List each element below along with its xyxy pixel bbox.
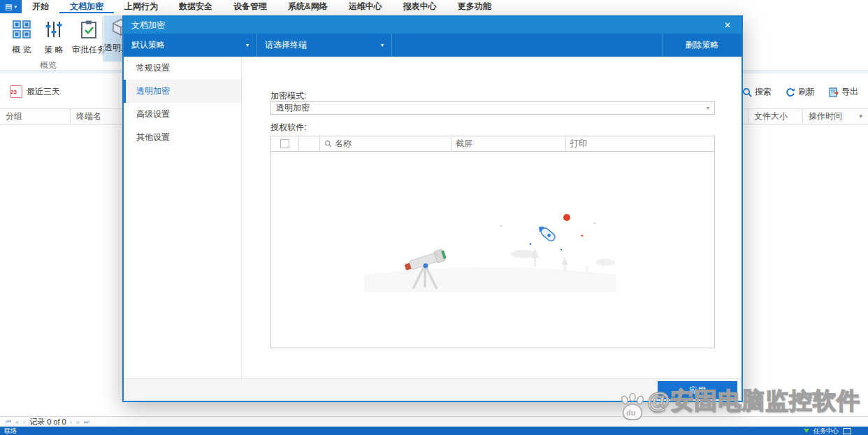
chevron-down-icon: ▾ <box>381 42 384 48</box>
delete-policy-button[interactable]: 删除策略 <box>663 34 742 57</box>
search-button-label: 搜索 <box>755 86 772 98</box>
dialog-footer: 应用 <box>124 378 742 401</box>
tool-overview-label: 概 览 <box>4 44 39 56</box>
app-logo-icon: ▤ <box>5 3 12 10</box>
sidebar-item-other[interactable]: 其他设置 <box>124 126 241 149</box>
dialog-toolbar: 默认策略 ▾ 请选择终端 ▾ 删除策略 <box>124 34 742 57</box>
application-window: ▤ ▾ 开始 文档加密 上网行为 数据安全 设备管理 系统&网络 运维中心 报表… <box>0 0 868 435</box>
empty-state-illustration <box>364 205 616 292</box>
sidebar-item-transparent[interactable]: 透明加密 <box>124 80 241 103</box>
search-icon <box>742 87 752 97</box>
policy-dropdown[interactable]: 默认策略 ▾ <box>124 34 257 57</box>
search-button[interactable]: 搜索 <box>738 84 776 100</box>
pager-fast-next-icon[interactable]: » <box>76 419 80 426</box>
date-range-label: 最近三天 <box>27 86 60 98</box>
pager-first-icon[interactable]: ⏮ <box>6 418 12 426</box>
column-header-filesize[interactable]: 文件大小 <box>748 109 809 124</box>
rocket <box>537 224 557 242</box>
date-range-filter[interactable]: 23 最近三天 <box>10 85 60 98</box>
toolbar-spacer <box>392 34 663 57</box>
pager-fast-prev-icon[interactable]: « <box>15 419 20 426</box>
sidebar-item-general[interactable]: 常规设置 <box>124 57 241 80</box>
authorized-software-table: 名称 截屏 打印 <box>270 136 715 348</box>
calendar-icon: 23 <box>10 85 22 98</box>
tab-web-behavior[interactable]: 上网行为 <box>114 0 168 13</box>
software-table-header: 名称 截屏 打印 <box>271 136 714 152</box>
pager-next-icon[interactable]: › <box>70 419 73 426</box>
tab-device-management[interactable]: 设备管理 <box>223 0 277 13</box>
tool-policy-label: 策 略 <box>36 44 71 56</box>
app-menu-button[interactable]: ▤ ▾ <box>0 0 22 13</box>
ribbon-divider <box>102 16 103 57</box>
tab-data-security[interactable]: 数据安全 <box>168 0 223 13</box>
encryption-mode-label: 加密模式: <box>270 90 306 102</box>
terminal-dropdown-value: 请选择终端 <box>265 39 307 51</box>
export-button[interactable]: 导出 <box>825 84 862 100</box>
pager-last-icon[interactable]: ⏭ <box>84 418 90 426</box>
task-center-button[interactable]: 任务中心 <box>813 427 839 435</box>
status-bar: ⏮ « ‹ 记录 0 of 0 › » ⏭ <box>0 416 868 427</box>
apply-button[interactable]: 应用 <box>658 381 737 399</box>
index-column-header <box>299 136 320 151</box>
refresh-button[interactable]: 刷新 <box>781 84 819 100</box>
dialog-main-panel: 加密模式: 透明加密 ▾ 授权软件: <box>242 57 742 379</box>
window-icon[interactable] <box>843 428 851 434</box>
ribbon-group-label: 概览 <box>17 59 80 71</box>
dialog-body: 常规设置 透明加密 高级设置 其他设置 加密模式: 透明加密 ▾ 授权软件: <box>124 57 742 379</box>
screenshot-column-header[interactable]: 截屏 <box>451 136 566 151</box>
tab-system-network[interactable]: 系统&网络 <box>277 0 338 13</box>
tab-start[interactable]: 开始 <box>22 0 59 13</box>
select-all-checkbox[interactable] <box>280 139 289 148</box>
grid-overview-icon <box>4 17 39 41</box>
refresh-icon <box>786 87 795 97</box>
column-menu-caret-icon[interactable]: ▾ <box>859 109 862 124</box>
column-header-group[interactable]: 分组 <box>0 109 75 124</box>
tool-overview[interactable]: 概 览 <box>4 17 39 56</box>
chevron-down-icon: ▾ <box>707 105 709 111</box>
dialog-title-bar: 文档加密 ✕ <box>124 17 742 34</box>
export-icon <box>829 87 839 97</box>
encryption-mode-select[interactable]: 透明加密 ▾ <box>270 101 715 115</box>
search-icon <box>324 140 332 148</box>
tab-ops-center[interactable]: 运维中心 <box>338 0 393 13</box>
tool-policy[interactable]: 策 略 <box>36 17 71 56</box>
policy-dropdown-value: 默认策略 <box>131 39 165 51</box>
taskbar-status-text: 联络 <box>4 427 17 435</box>
record-count-text: 记录 0 of 0 <box>29 417 66 427</box>
terminal-dropdown[interactable]: 请选择终端 ▾ <box>257 34 392 57</box>
close-icon[interactable]: ✕ <box>721 20 734 30</box>
software-table-empty-body <box>271 152 714 348</box>
chevron-down-icon: ▾ <box>246 42 249 48</box>
sliders-icon <box>36 17 71 41</box>
tab-more-features[interactable]: 更多功能 <box>447 0 502 13</box>
export-button-label: 导出 <box>841 86 858 98</box>
dialog-sidebar: 常规设置 透明加密 高级设置 其他设置 <box>124 57 242 379</box>
refresh-button-label: 刷新 <box>798 86 815 98</box>
tab-doc-encryption[interactable]: 文档加密 <box>59 0 114 13</box>
name-column-header[interactable]: 名称 <box>320 136 451 151</box>
download-arrow-icon <box>804 429 809 433</box>
pager-prev-icon[interactable]: ‹ <box>23 419 26 426</box>
chevron-down-icon: ▾ <box>14 4 17 9</box>
tab-report-center[interactable]: 报表中心 <box>393 0 447 13</box>
column-header-optime[interactable]: 操作时间 <box>802 109 868 124</box>
document-encryption-dialog: 文档加密 ✕ 默认策略 ▾ 请选择终端 ▾ 删除策略 常规设置 透明加密 高级设… <box>122 15 743 402</box>
encryption-mode-value: 透明加密 <box>276 102 310 114</box>
print-column-header[interactable]: 打印 <box>566 136 714 151</box>
authorized-software-label: 授权软件: <box>270 122 306 134</box>
sidebar-item-advanced[interactable]: 高级设置 <box>124 103 241 126</box>
ribbon-tab-bar: ▤ ▾ 开始 文档加密 上网行为 数据安全 设备管理 系统&网络 运维中心 报表… <box>0 0 868 13</box>
dialog-title: 文档加密 <box>131 20 165 31</box>
bottom-taskbar: 联络 任务中心 <box>0 427 868 435</box>
